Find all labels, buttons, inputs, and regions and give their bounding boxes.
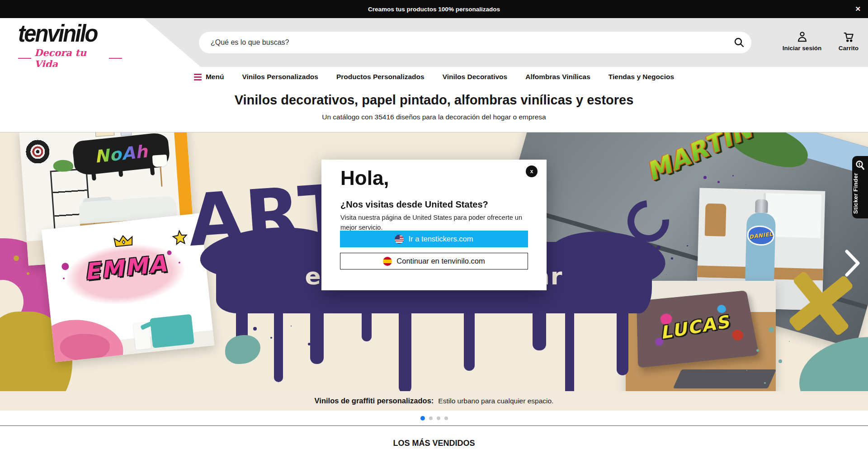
search-icon xyxy=(734,37,745,48)
spain-flag-icon xyxy=(383,257,392,266)
dartboard-shape xyxy=(24,138,52,165)
hamburger-icon xyxy=(194,74,202,80)
user-icon xyxy=(796,31,808,43)
carousel-dot-2[interactable] xyxy=(429,416,433,420)
svg-text:t: t xyxy=(859,162,860,167)
nav-item-productos-personalizados[interactable]: Productos Personalizados xyxy=(336,73,425,81)
paint-drip xyxy=(565,296,574,391)
menu-label: Menú xyxy=(206,73,224,81)
search-bar xyxy=(199,32,751,53)
noah-graffiti-decal: NoAh xyxy=(72,132,171,176)
wall-poster: MY RULES xyxy=(95,132,115,137)
secondary-button-label: Continuar en tenvinilo.com xyxy=(396,257,485,265)
nav-item-tiendas-negocios[interactable]: Tiendas y Negocios xyxy=(609,73,674,81)
carousel-dot-1[interactable] xyxy=(420,416,425,421)
noah-graffiti-text: NoAh xyxy=(94,142,149,167)
login-button[interactable]: Iniciar sesión xyxy=(775,31,829,52)
page-subtitle: Un catálogo con 35416 diseños para la de… xyxy=(0,113,868,121)
lamp-shape xyxy=(152,155,168,167)
carousel-next-button[interactable] xyxy=(844,249,861,279)
laptop-keyboard-shape xyxy=(673,369,776,388)
star-icon xyxy=(171,229,188,246)
modal-question: ¿Nos visitas desde United States? xyxy=(340,199,488,210)
country-redirect-modal: x Hola, ¿Nos visitas desde United States… xyxy=(321,160,547,290)
bottle-cap-shape xyxy=(755,199,768,213)
modal-title: Hola, xyxy=(340,167,389,189)
teal-paint-blob xyxy=(799,337,868,391)
navy-splatter xyxy=(253,327,257,331)
paint-drip xyxy=(399,296,411,391)
header: tenvinilo Decora tu Vida Iniciar sesión … xyxy=(0,18,868,67)
cutting-board-shape xyxy=(705,203,726,236)
logo-slogan: Decora tu Vida xyxy=(18,47,122,70)
lamp-leg-shape xyxy=(160,167,162,187)
teal-can-shape xyxy=(150,314,194,348)
login-label: Iniciar sesión xyxy=(783,45,821,52)
logo-link[interactable]: tenvinilo Decora tu Vida xyxy=(18,21,122,70)
logo-brand-text: tenvinilo xyxy=(18,20,122,47)
paint-drip xyxy=(310,296,324,364)
mustard-splatter xyxy=(14,255,19,261)
chevron-right-icon xyxy=(844,249,861,277)
plant-shape xyxy=(53,159,74,172)
paint-drip xyxy=(533,296,546,350)
bottle-body-shape xyxy=(745,213,776,286)
sticker-finder-label: Sticker Finder xyxy=(852,171,868,216)
teal-small-blob xyxy=(225,335,260,364)
main-nav: Menú Vinilos Personalizados Productos Pe… xyxy=(0,67,868,87)
teal-splatter xyxy=(769,327,774,332)
nav-item-vinilos-personalizados[interactable]: Vinilos Personalizados xyxy=(242,73,318,81)
nav-item-vinilos-decorativos[interactable]: Vinilos Decorativos xyxy=(443,73,508,81)
search-button[interactable] xyxy=(729,32,750,53)
carousel-dots xyxy=(0,411,868,426)
announcement-close-icon[interactable]: ✕ xyxy=(855,4,861,14)
stay-on-tenvinilo-button[interactable]: Continuar en tenvinilo.com xyxy=(340,253,528,269)
best-sellers-heading: LOS MÁS VENDIDOS xyxy=(0,439,868,448)
go-to-tenstickers-button[interactable]: Ir a tenstickers.com xyxy=(340,231,528,247)
announcement-text: Creamos tus productos 100% personalizado… xyxy=(368,6,500,13)
crown-icon xyxy=(113,234,134,248)
carousel-dot-4[interactable] xyxy=(444,416,448,420)
navy-splatter xyxy=(656,246,660,250)
paint-drip xyxy=(464,296,475,371)
paint-drip xyxy=(617,296,628,375)
purple-splatter xyxy=(703,176,707,179)
search-input[interactable] xyxy=(199,38,729,47)
laptop-lid: LUCAS xyxy=(637,290,759,368)
primary-button-label: Ir a tenstickers.com xyxy=(408,235,473,243)
sticker-finder-tab[interactable]: t Sticker Finder xyxy=(852,156,868,218)
menu-button[interactable]: Menú xyxy=(194,73,224,81)
caption-title: Vinilos de graffiti personalizados: xyxy=(315,397,434,405)
cart-icon xyxy=(842,31,855,43)
sticker-finder-magnifier-icon: t xyxy=(855,160,865,170)
modal-close-button[interactable]: x xyxy=(526,165,538,177)
paint-drip xyxy=(362,296,372,341)
cart-button[interactable]: Carrito xyxy=(831,31,866,52)
announcement-bar: Creamos tus productos 100% personalizado… xyxy=(0,0,868,18)
carousel-dot-3[interactable] xyxy=(437,416,440,420)
daniel-graffiti-text: DANIEL xyxy=(749,231,773,241)
caption-subtitle: Estilo urbano para cualquier espacio. xyxy=(438,397,553,405)
carousel-caption: Vinilos de graffiti personalizados: Esti… xyxy=(0,391,868,411)
modal-body-text: Visita nuestra página de United States p… xyxy=(340,213,530,233)
cart-label: Carrito xyxy=(839,45,859,52)
paint-drip xyxy=(274,296,283,382)
us-flag-icon xyxy=(395,235,404,244)
page: Creamos tus productos 100% personalizado… xyxy=(0,0,868,449)
nav-item-alfombras-vinilicas[interactable]: Alfombras Vinílicas xyxy=(525,73,590,81)
emma-photo: EMMA xyxy=(42,213,215,362)
page-title: Vinilos decorativos, papel pintado, alfo… xyxy=(0,93,868,108)
